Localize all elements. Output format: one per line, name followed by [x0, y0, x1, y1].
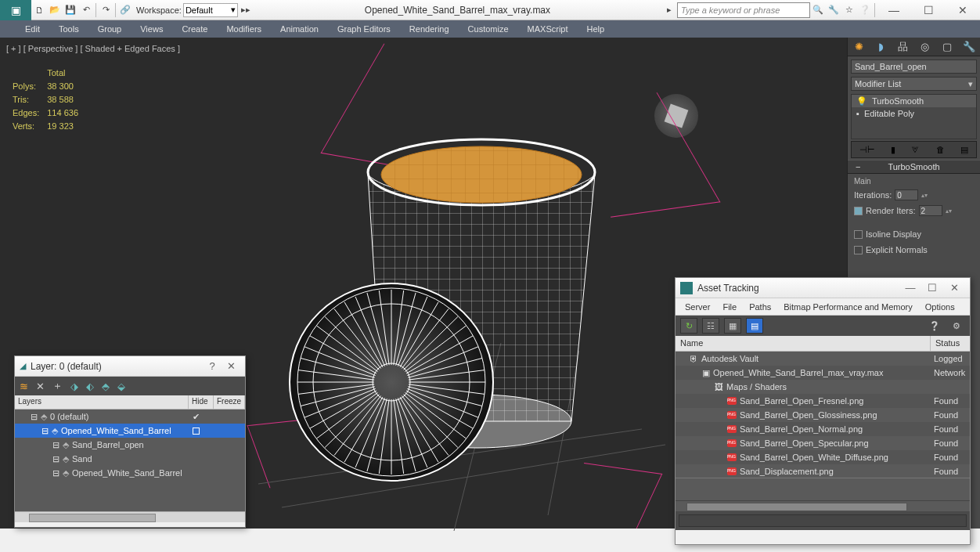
render-iters-checkbox[interactable] — [854, 207, 863, 215]
menu-modifiers[interactable]: Modifiers — [217, 20, 271, 38]
search-input[interactable]: Type a keyword or phrase — [677, 2, 810, 18]
asset-list[interactable]: ⛨Autodesk VaultLogged▣Opened_White_Sand_… — [676, 352, 970, 500]
asset-minimize-button[interactable]: — — [899, 282, 921, 294]
configure-icon[interactable]: ▤ — [960, 145, 968, 155]
motion-tab-icon[interactable]: ◎ — [917, 39, 934, 55]
save-icon[interactable]: 💾 — [63, 3, 77, 17]
asset-view1-icon[interactable]: ☷ — [702, 318, 719, 334]
utilities-tab-icon[interactable]: 🔧 — [960, 39, 978, 55]
layer-row[interactable]: ⊟⬘Sand_Barrel_open — [15, 438, 245, 452]
asset-row[interactable]: Sand_Barrel_Open_Glossiness.pngFound — [676, 408, 970, 422]
minimize-button[interactable]: — — [877, 0, 911, 20]
asset-menu-item[interactable]: File — [716, 302, 743, 312]
asset-columns[interactable]: Name Status — [676, 336, 970, 352]
asset-row[interactable]: 🖼Maps / Shaders — [676, 380, 970, 394]
tool-icon[interactable]: 🔧 — [827, 3, 841, 17]
layer-row[interactable]: ⊟⬘Opened_White_Sand_Barrel — [15, 466, 245, 480]
search-icon[interactable]: 🔍 — [811, 3, 825, 17]
new-layer-icon[interactable]: ≋ — [20, 381, 28, 392]
layer-window[interactable]: ◢ Layer: 0 (default) ? ✕ ≋ ✕ ＋ ⬗ ⬖ ⬘ ⬙ L… — [14, 355, 246, 528]
asset-refresh-icon[interactable]: ↻ — [680, 318, 697, 334]
modifier-list-combo[interactable]: Modifier List — [851, 77, 977, 91]
asset-row[interactable]: Sand_Displacement.pngFound — [676, 464, 970, 478]
menu-group[interactable]: Group — [88, 20, 132, 38]
close-button[interactable]: ✕ — [946, 0, 980, 20]
render-iters-spinner[interactable]: 2 — [919, 205, 942, 216]
freeze-layer-icon[interactable]: ⬙ — [117, 381, 125, 392]
asset-window[interactable]: Asset Tracking — ☐ ✕ ServerFilePathsBitm… — [675, 277, 971, 545]
asset-row[interactable]: Sand_Barrel_Open_Normal.pngFound — [676, 422, 970, 436]
modifier-stack[interactable]: 💡TurboSmooth ▪Editable Poly — [851, 94, 977, 139]
hierarchy-tab-icon[interactable]: 品 — [894, 39, 911, 55]
asset-settings-icon[interactable]: ⚙ — [948, 318, 965, 334]
asset-row[interactable]: ▣Opened_White_Sand_Barrel_max_vray.maxNe… — [676, 366, 970, 380]
asset-scrollbar[interactable] — [676, 500, 970, 511]
display-tab-icon[interactable]: ▢ — [939, 39, 956, 55]
layer-titlebar[interactable]: ◢ Layer: 0 (default) ? ✕ — [15, 356, 245, 377]
workspace-menu-icon[interactable]: ▸▸ — [239, 3, 253, 17]
asset-maximize-button[interactable]: ☐ — [921, 282, 943, 294]
menu-maxscript[interactable]: MAXScript — [518, 20, 578, 38]
menu-edit[interactable]: Edit — [16, 20, 49, 38]
menu-rendering[interactable]: Rendering — [400, 20, 459, 38]
layer-scrollbar[interactable] — [15, 511, 245, 522]
asset-row[interactable]: ⛨Autodesk VaultLogged — [676, 352, 970, 366]
redo-icon[interactable]: ↷ — [99, 3, 113, 17]
object-name-field[interactable]: Sand_Barrel_open — [851, 60, 977, 74]
explicit-checkbox[interactable] — [854, 246, 863, 254]
delete-layer-icon[interactable]: ✕ — [36, 381, 45, 392]
layer-list[interactable]: ⊟⬘0 (default)✔⊟⬘Opened_White_Sand_Barrel… — [15, 409, 245, 511]
asset-help-icon[interactable]: ❔ — [926, 318, 943, 334]
search-prev-icon[interactable]: ▸ — [662, 3, 676, 17]
undo-icon[interactable]: ↶ — [79, 3, 93, 17]
layer-row[interactable]: ⊟⬘Sand — [15, 452, 245, 466]
svg-line-21 — [398, 398, 427, 467]
asset-close-button[interactable]: ✕ — [943, 282, 965, 294]
open-icon[interactable]: 📂 — [48, 3, 62, 17]
select-layer-icon[interactable]: ⬖ — [86, 381, 94, 392]
layer-row[interactable]: ⊟⬘0 (default)✔ — [15, 409, 245, 424]
layer-close-button[interactable]: ✕ — [222, 360, 240, 372]
asset-menu-item[interactable]: Paths — [743, 302, 777, 312]
favorite-icon[interactable]: ☆ — [842, 3, 856, 17]
show-result-icon[interactable]: ▮ — [891, 145, 895, 155]
pin-stack-icon[interactable]: ⊣⊢ — [859, 145, 875, 155]
svg-line-3 — [454, 343, 501, 531]
modify-tab-icon[interactable]: ◗ — [872, 39, 889, 55]
maximize-button[interactable]: ☐ — [911, 0, 946, 20]
layer-help-button[interactable]: ? — [203, 360, 222, 372]
menu-customize[interactable]: Customize — [459, 20, 518, 38]
asset-titlebar[interactable]: Asset Tracking — ☐ ✕ — [676, 278, 970, 298]
new-icon[interactable]: 🗋 — [32, 3, 46, 17]
hide-layer-icon[interactable]: ⬘ — [102, 381, 110, 392]
asset-row[interactable]: Sand_Barrel_Open_Fresnel.pngFound — [676, 394, 970, 408]
asset-row[interactable]: Sand_Barrel_Open_White_Diffuse.pngFound — [676, 450, 970, 464]
create-tab-icon[interactable]: ✺ — [850, 39, 867, 55]
asset-view3-icon[interactable]: ▤ — [746, 318, 763, 334]
menu-graph-editors[interactable]: Graph Editors — [328, 20, 400, 38]
app-icon[interactable]: ▣ — [0, 0, 31, 20]
viewport-label[interactable]: [ + ] [ Perspective ] [ Shaded + Edged F… — [6, 44, 180, 53]
remove-mod-icon[interactable]: 🗑 — [936, 145, 945, 154]
add-layer-icon[interactable]: ＋ — [52, 379, 63, 393]
menu-help[interactable]: Help — [578, 20, 614, 38]
asset-menu-item[interactable]: Bitmap Performance and Memory — [777, 302, 918, 312]
asset-view2-icon[interactable]: ▦ — [724, 318, 741, 334]
link-icon[interactable]: 🔗 — [118, 3, 132, 17]
asset-row[interactable]: Sand_Barrel_Open_Specular.pngFound — [676, 436, 970, 450]
asset-menu-item[interactable]: Server — [679, 302, 716, 312]
iterations-spinner[interactable]: 0 — [895, 189, 918, 200]
help-icon[interactable]: ❔ — [858, 3, 872, 17]
asset-status-field[interactable] — [676, 511, 970, 530]
make-unique-icon[interactable]: ⩔ — [911, 145, 920, 154]
layer-row[interactable]: ⊟⬘Opened_White_Sand_Barrel — [15, 424, 245, 438]
workspace-combo[interactable]: Default▾ — [183, 3, 238, 17]
asset-menu-item[interactable]: Options — [919, 302, 961, 312]
menu-views[interactable]: Views — [131, 20, 172, 38]
select-highlight-icon[interactable]: ⬗ — [70, 381, 78, 392]
isoline-checkbox[interactable] — [854, 230, 863, 239]
menu-create[interactable]: Create — [172, 20, 217, 38]
menu-animation[interactable]: Animation — [271, 20, 328, 38]
menu-tools[interactable]: Tools — [49, 20, 88, 38]
rollout-header[interactable]: −TurboSmooth — [848, 160, 980, 174]
